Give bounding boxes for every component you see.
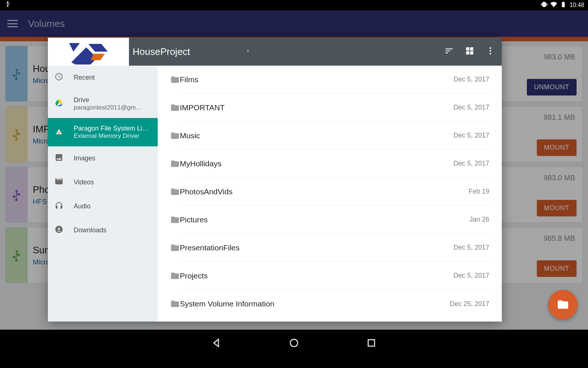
grid-view-icon[interactable] (465, 46, 475, 57)
folder-row[interactable]: Films Dec 5, 2017 (158, 66, 502, 94)
recent-apps-button[interactable] (366, 337, 377, 350)
folder-icon (170, 187, 180, 197)
folder-date: Feb 19 (469, 188, 489, 195)
folder-icon (170, 131, 180, 140)
sidebar-item-sublabel: External Memory Driver (74, 132, 149, 140)
vibrate-icon (541, 1, 547, 9)
image-icon (55, 153, 63, 164)
sidebar-item-downloads[interactable]: Downloads (48, 218, 158, 242)
video-icon (55, 177, 63, 188)
folder-icon (170, 103, 180, 112)
sidebar-item-drive[interactable]: Drive paragontest2011@gm… (48, 90, 158, 118)
folder-name: Projects (180, 271, 440, 280)
file-picker-dialog: HouseProject Recent (48, 38, 502, 322)
sidebar-item-audio[interactable]: Audio (48, 194, 158, 218)
drive-icon (55, 98, 63, 109)
folder-name: IMPORTANT (180, 103, 440, 112)
clock-icon (55, 72, 63, 83)
folder-date: Dec 5, 2017 (454, 244, 489, 251)
dialog-file-list[interactable]: Films Dec 5, 2017 IMPORTANT Dec 5, 2017 … (158, 66, 502, 322)
sidebar-item-label: Downloads (74, 226, 106, 234)
app-area: Volumes Hous… Micros… 983.0 MB UNMOUNT I… (0, 10, 588, 330)
dialog-title: HouseProject (133, 46, 190, 58)
more-icon[interactable] (486, 46, 495, 57)
folder-row[interactable]: Pictures Jan 26 (158, 206, 502, 234)
folder-name: MyHollidays (180, 159, 440, 168)
svg-marker-1 (88, 44, 108, 52)
folder-icon (170, 271, 180, 281)
sidebar-item-label: Paragon File System Li… (74, 125, 149, 132)
svg-point-5 (490, 53, 491, 54)
folder-date: Dec 25, 2017 (450, 300, 489, 308)
sidebar-item-videos[interactable]: Videos (48, 170, 158, 194)
sort-icon[interactable] (444, 46, 454, 57)
folder-name: PhotosAndVids (180, 187, 455, 196)
folder-name: System Volume Information (180, 299, 437, 308)
sidebar-item-label: Images (74, 155, 95, 162)
fab-open-folder-button[interactable] (548, 290, 578, 319)
folder-name: Films (180, 75, 440, 84)
folder-date: Dec 5, 2017 (454, 272, 489, 280)
svg-point-12 (290, 339, 298, 347)
sidebar-item-images[interactable]: Images (48, 146, 158, 170)
folder-row[interactable]: MyHollidays Dec 5, 2017 (158, 150, 502, 178)
svg-rect-13 (368, 340, 375, 346)
folder-row[interactable]: IMPORTANT Dec 5, 2017 (158, 94, 502, 122)
folder-date: Jan 26 (469, 216, 489, 223)
folder-icon (170, 159, 180, 169)
folder-row[interactable]: Projects Dec 5, 2017 (158, 262, 502, 290)
usb-status-icon (4, 0, 12, 10)
status-bar: 10:48 (0, 0, 588, 10)
battery-icon (560, 1, 567, 9)
audio-icon (55, 201, 63, 212)
folder-icon (170, 215, 180, 225)
folder-row[interactable]: Music Dec 5, 2017 (158, 122, 502, 150)
folder-row[interactable]: System Volume Information Dec 25, 2017 (158, 290, 502, 318)
svg-point-3 (490, 47, 491, 49)
svg-point-4 (490, 50, 491, 52)
status-time: 10:48 (570, 2, 584, 8)
folder-date: Dec 5, 2017 (454, 132, 489, 139)
download-icon (55, 225, 63, 236)
folder-icon (170, 75, 180, 84)
back-button[interactable] (211, 337, 222, 350)
folder-date: Dec 5, 2017 (454, 160, 489, 167)
folder-row[interactable]: PresentationFiles Dec 5, 2017 (158, 234, 502, 262)
dialog-sidebar: Recent Drive paragontest2011@gm… Paragon… (48, 66, 158, 322)
wifi-icon (550, 1, 557, 9)
sidebar-item-label: Videos (74, 178, 94, 186)
folder-name: Music (180, 131, 440, 140)
chevron-down-icon (245, 48, 251, 55)
folder-name: PresentationFiles (180, 243, 440, 252)
home-button[interactable] (288, 337, 300, 350)
dialog-title-dropdown[interactable]: HouseProject (133, 46, 444, 58)
folder-date: Dec 5, 2017 (454, 76, 489, 83)
folder-date: Dec 5, 2017 (454, 104, 489, 111)
sidebar-item-paragon-file-system-li-[interactable]: Paragon File System Li… External Memory … (48, 118, 158, 146)
sidebar-item-label: Drive (74, 96, 142, 104)
folder-icon (170, 299, 180, 309)
android-nav-bar (0, 330, 588, 358)
sidebar-item-label: Recent (74, 74, 95, 81)
folder-row[interactable]: PhotosAndVids Feb 19 (158, 178, 502, 206)
sidebar-item-recent[interactable]: Recent (48, 66, 158, 90)
folder-name: Pictures (180, 215, 456, 224)
folder-icon (170, 243, 180, 253)
paragon-icon (55, 127, 63, 138)
sidebar-item-sublabel: paragontest2011@gm… (74, 104, 142, 111)
sidebar-item-label: Audio (74, 202, 91, 210)
provider-logo (48, 38, 129, 66)
dialog-header: HouseProject (48, 38, 502, 66)
